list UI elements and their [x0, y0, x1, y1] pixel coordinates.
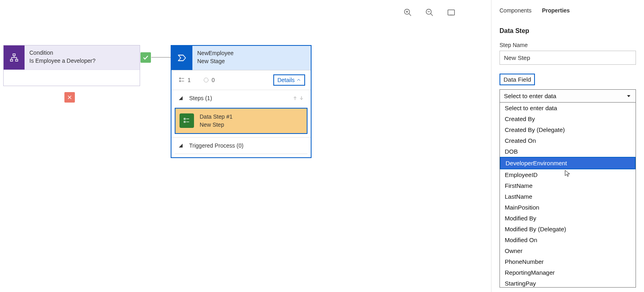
combo-option[interactable]: StartingPay — [500, 278, 636, 289]
condition-label: Condition Is Employee a Developer? — [25, 45, 140, 70]
stage-tile[interactable]: NewEmployee New Stage 1 0 Details Steps … — [171, 45, 312, 158]
fit-screen-icon[interactable] — [446, 7, 456, 18]
refresh-icon — [203, 77, 209, 83]
data-field-options: Select to enter dataCreated ByCreated By… — [500, 103, 636, 288]
svg-rect-10 — [10, 60, 13, 62]
triggered-process-header[interactable]: Triggered Process (0) — [171, 137, 311, 154]
combo-option[interactable]: LastName — [500, 191, 636, 202]
canvas-toolbar — [402, 7, 456, 18]
data-field-combo: Select to enter data Select to enter dat… — [500, 89, 636, 288]
data-step-title: Data Step #1 — [200, 113, 233, 121]
details-toggle[interactable]: Details — [273, 74, 305, 86]
details-label: Details — [277, 77, 295, 83]
data-step-card[interactable]: Data Step #1 New Step — [175, 108, 308, 134]
connector-line — [151, 57, 171, 58]
svg-rect-24 — [184, 121, 185, 123]
svg-rect-15 — [180, 78, 181, 79]
branch-icon — [4, 45, 25, 70]
triggered-header-label: Triggered Process (0) — [189, 142, 244, 149]
stage-subtitle: New Stage — [197, 57, 306, 65]
combo-option[interactable]: FirstName — [500, 180, 636, 191]
svg-rect-11 — [16, 60, 18, 62]
true-branch-icon[interactable] — [140, 52, 151, 63]
svg-rect-23 — [184, 118, 185, 119]
panel-tabs: Components Properties — [500, 2, 636, 19]
condition-tile[interactable]: Condition Is Employee a Developer? — [3, 45, 140, 86]
step-name-label: Step Name — [500, 42, 636, 51]
chevron-up-icon — [296, 78, 301, 82]
combo-option[interactable]: Created By (Delegate) — [500, 124, 636, 135]
arrow-down-icon — [299, 95, 304, 101]
refresh-count: 0 — [203, 77, 215, 83]
data-field-select[interactable]: Select to enter data — [500, 89, 636, 103]
divider — [175, 154, 308, 154]
chevron-down-icon — [626, 93, 632, 99]
false-branch-icon[interactable] — [64, 92, 75, 103]
refresh-count-value: 0 — [212, 77, 215, 83]
combo-option[interactable]: Modified By (Delegate) — [500, 224, 636, 234]
combo-option[interactable]: EmployeeID — [500, 169, 636, 180]
svg-rect-16 — [180, 80, 181, 82]
svg-rect-9 — [13, 54, 15, 56]
data-step-sub: New Step — [200, 121, 233, 129]
list-count: 1 — [179, 77, 191, 83]
condition-subtitle: Is Employee a Developer? — [29, 57, 135, 65]
zoom-out-icon[interactable] — [424, 7, 435, 18]
tab-components[interactable]: Components — [500, 7, 531, 14]
combo-option[interactable]: Created By — [500, 113, 636, 124]
svg-line-5 — [431, 14, 433, 16]
stage-label: NewEmployee New Stage — [192, 46, 311, 70]
list-count-value: 1 — [188, 77, 191, 83]
svg-marker-14 — [178, 55, 186, 61]
form-icon — [180, 113, 194, 128]
stage-subbar: 1 0 Details — [171, 70, 311, 90]
data-field-placeholder: Select to enter data — [504, 93, 556, 99]
panel-section-title: Data Step — [500, 19, 636, 42]
condition-body — [4, 70, 140, 86]
condition-title: Condition — [29, 49, 135, 57]
combo-option[interactable]: Owner — [500, 245, 636, 256]
combo-option[interactable]: Modified On — [500, 234, 636, 245]
list-icon — [179, 77, 185, 83]
stage-header: NewEmployee New Stage — [171, 46, 311, 70]
combo-option[interactable]: MainPosition — [500, 202, 636, 213]
combo-option[interactable]: Created On — [500, 135, 636, 146]
combo-option[interactable]: Modified By — [500, 213, 636, 224]
svg-line-1 — [409, 14, 411, 16]
zoom-in-icon[interactable] — [402, 7, 413, 18]
combo-option[interactable]: ReportingManager — [500, 267, 636, 278]
move-up-down[interactable] — [292, 95, 304, 101]
svg-marker-28 — [627, 95, 630, 97]
steps-header-label: Steps (1) — [189, 95, 212, 101]
chevron-stage-icon — [171, 46, 192, 70]
condition-header: Condition Is Employee a Developer? — [4, 45, 140, 70]
svg-point-19 — [204, 78, 208, 82]
data-field-label: Data Field — [500, 74, 535, 85]
right-panel: Components Properties Data Step Step Nam… — [491, 0, 644, 292]
combo-option[interactable]: Status — [500, 289, 636, 292]
stage-title: NewEmployee — [197, 49, 306, 57]
combo-option[interactable]: PhoneNumber — [500, 256, 636, 267]
combo-option[interactable]: DeveloperEnvironment — [500, 157, 636, 169]
svg-marker-27 — [179, 144, 182, 147]
svg-marker-20 — [179, 96, 182, 100]
step-name-input[interactable] — [500, 51, 636, 65]
triangle-icon — [178, 143, 184, 148]
combo-option[interactable]: DOB — [500, 146, 636, 157]
triangle-icon — [178, 95, 184, 101]
combo-option[interactable]: Select to enter data — [500, 103, 636, 113]
data-step-label: Data Step #1 New Step — [200, 113, 233, 129]
arrow-up-icon — [292, 95, 298, 101]
steps-section-header[interactable]: Steps (1) — [171, 90, 311, 106]
tab-properties[interactable]: Properties — [542, 7, 570, 14]
svg-rect-7 — [448, 10, 455, 15]
